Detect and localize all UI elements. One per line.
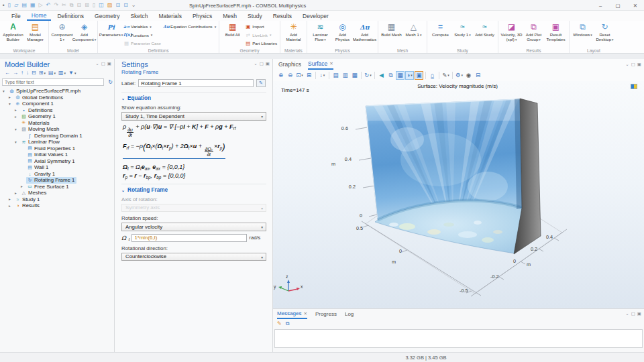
back-icon[interactable]: ←▾ bbox=[5, 70, 10, 76]
tree-expander[interactable]: ▸ bbox=[21, 184, 26, 188]
add-component-button[interactable]: ◈ Add Component▾ bbox=[73, 22, 95, 42]
minimize-button[interactable]: – bbox=[592, 0, 609, 11]
duplicate-icon[interactable]: ⊞ bbox=[85, 3, 89, 8]
compare-icon[interactable]: ◫ bbox=[99, 3, 104, 8]
parameters-button[interactable]: Pi Parameters▾ bbox=[100, 22, 122, 38]
ribbon-tab[interactable]: Sketch bbox=[125, 11, 152, 21]
close-icon[interactable]: ✕ bbox=[303, 311, 307, 316]
tree-item[interactable]: ▸ ◑ Results bbox=[0, 202, 114, 209]
expand-all-icon[interactable]: ⊞▾ bbox=[39, 70, 46, 76]
variables-button[interactable]: a= Variables▾ bbox=[123, 23, 161, 31]
copy-icon[interactable]: ⧉ bbox=[70, 3, 74, 8]
tree-expander[interactable]: ▸ bbox=[9, 204, 14, 208]
tree-expander[interactable]: ▾ bbox=[15, 140, 20, 144]
redo-icon[interactable]: ↷ bbox=[54, 3, 58, 8]
tree-item[interactable]: ▸ ≈ Study 1 bbox=[0, 196, 114, 203]
build-all-button[interactable]: ▦ Build All bbox=[221, 22, 244, 37]
paste-icon[interactable]: ⊟ bbox=[77, 3, 82, 8]
messages-tab[interactable]: Messages✕ bbox=[277, 309, 307, 319]
equation-study-dropdown[interactable]: Study 1, Time Dependent ▾ bbox=[121, 112, 266, 121]
compute-button[interactable]: = Compute bbox=[429, 22, 451, 37]
maximize-button[interactable]: ▢ bbox=[609, 0, 627, 11]
messages-tab[interactable]: Log bbox=[345, 309, 354, 319]
tree-item[interactable]: ∫ Deforming Domain 1 bbox=[0, 133, 114, 139]
windows-button[interactable]: ⧉ Windows▾ bbox=[572, 22, 594, 38]
tree-item[interactable]: ▾ ≋ Laminar Flow bbox=[0, 139, 114, 145]
copy-text-icon[interactable]: ⧉ bbox=[286, 320, 290, 327]
tree-expander[interactable]: ▸ bbox=[15, 191, 20, 195]
filter-icon[interactable]: ▼▾ bbox=[68, 70, 76, 76]
tree-item[interactable]: ▾ ▨ Moving Mesh bbox=[0, 126, 114, 133]
collapse-all-icon[interactable]: ⊟▾ bbox=[32, 70, 36, 76]
rotating-frame-section-header[interactable]: ⌄ Rotating Frame bbox=[121, 184, 266, 193]
tree-expander[interactable]: ▸ bbox=[15, 108, 20, 112]
plot-thumbnail-icon[interactable] bbox=[631, 84, 637, 89]
forward-icon[interactable]: →▾ bbox=[13, 70, 18, 76]
app-icon[interactable]: ▪ bbox=[3, 3, 5, 8]
clear-messages-icon[interactable]: ✎ bbox=[277, 320, 282, 326]
float-panel-icon[interactable]: ▢ bbox=[101, 61, 105, 66]
ribbon-tab[interactable]: Home bbox=[27, 11, 52, 21]
tree-expander[interactable]: ▸ bbox=[9, 197, 14, 201]
3d-viewport[interactable]: Time=147 s Surface: Velocity magnitude (… bbox=[273, 81, 644, 308]
application-builder-button[interactable]: A Application Builder bbox=[2, 22, 24, 42]
ribbon-tab[interactable]: File bbox=[7, 11, 25, 21]
study-1-button[interactable]: ≈ Study 1▾ bbox=[451, 22, 474, 38]
component-1-button[interactable]: ⊕ Component 1▾ bbox=[51, 22, 73, 42]
node-group-icon[interactable]: ▥▾ bbox=[58, 70, 66, 76]
tree-item[interactable]: ▸ ▧ Geometry 1 bbox=[0, 113, 114, 120]
tree-item[interactable]: ▤ Initial Values 1 bbox=[0, 152, 114, 158]
undo-icon[interactable]: ↶ bbox=[46, 3, 51, 8]
ribbon-tab[interactable]: Mesh bbox=[218, 11, 241, 21]
ribbon-tab[interactable]: Results bbox=[268, 11, 297, 21]
move-up-icon[interactable]: ↑▾ bbox=[21, 70, 23, 76]
tree-item[interactable]: ▾ ◍ SpinUpFreeSurfaceFR.mph bbox=[0, 88, 114, 95]
add-mathematics-button[interactable]: Δu Add Mathematics bbox=[354, 22, 376, 42]
tree-item[interactable]: ↻ Rotating Frame 1 bbox=[0, 177, 114, 184]
tree-expander[interactable]: ▾ bbox=[3, 89, 8, 93]
ribbon-tab[interactable]: Physics bbox=[188, 11, 217, 21]
build-mesh-button[interactable]: ▦ Build Mesh bbox=[380, 22, 402, 37]
more-commands-icon[interactable]: ⌄ bbox=[131, 3, 136, 8]
close-panel-icon[interactable]: ▣ bbox=[637, 311, 641, 316]
part-libraries-button[interactable]: ▤ Part Libraries bbox=[245, 40, 277, 48]
model-manager-icon[interactable]: ▨ bbox=[107, 3, 113, 8]
ribbon-tab[interactable]: Developer bbox=[298, 11, 333, 21]
functions-button[interactable]: f(x) Functions▾ bbox=[123, 32, 161, 40]
tree-filter-input[interactable] bbox=[2, 78, 104, 86]
angular-velocity-input[interactable] bbox=[131, 234, 247, 242]
save-icon[interactable]: ▤ bbox=[21, 3, 27, 8]
result-templates-button[interactable]: ▣ Result Templates bbox=[545, 22, 567, 42]
collapse-panel-icon[interactable]: ⌄ bbox=[625, 311, 629, 316]
equation-contributions-button[interactable]: Δu Equation Contributions▾ bbox=[163, 23, 216, 31]
model-tree-node-text-icon[interactable]: ▤▾ bbox=[48, 70, 56, 76]
tree-expander[interactable]: ▾ bbox=[9, 102, 14, 106]
close-panel-icon[interactable]: ▣ bbox=[266, 61, 270, 66]
add-study-button[interactable]: ≈ Add Study bbox=[474, 22, 496, 37]
rename-label-button[interactable]: ✎ bbox=[256, 79, 266, 87]
add-material-button[interactable]: ✳ Add Material bbox=[282, 22, 305, 42]
label-input[interactable] bbox=[138, 79, 254, 87]
run-icon[interactable]: ▷ bbox=[39, 3, 43, 8]
delete-icon[interactable]: ▯ bbox=[93, 3, 95, 8]
laminar-flow-button[interactable]: ≋ Laminar Flow▾ bbox=[309, 22, 331, 42]
model-manager-button[interactable]: ▤ Model Manager bbox=[24, 22, 46, 42]
reset-desktop-button[interactable]: ↻ Reset Desktop▾ bbox=[594, 22, 616, 42]
tree-item[interactable]: ▸ ▪ Definitions bbox=[0, 107, 114, 114]
move-down-icon[interactable]: ↓▾ bbox=[26, 70, 29, 76]
zoom-selected-icon[interactable]: ⊡ bbox=[123, 3, 128, 8]
open-file-icon[interactable]: ▱ bbox=[14, 3, 18, 8]
new-file-icon[interactable]: ▯ bbox=[8, 3, 11, 8]
rotational-direction-dropdown[interactable]: Counterclockwise ▾ bbox=[121, 253, 266, 261]
add-plot-group-button[interactable]: ⧉ Add Plot Group▾ bbox=[523, 22, 545, 42]
zoom-extents-icon[interactable]: ⊡ bbox=[115, 3, 120, 8]
import-button[interactable]: ▣ Import bbox=[245, 23, 277, 31]
cut-icon[interactable]: ✂ bbox=[62, 3, 66, 8]
tree-item[interactable]: ▸ ◍ Global Definitions bbox=[0, 95, 114, 101]
refresh-icon[interactable]: ↻ bbox=[108, 79, 113, 85]
rotation-speed-dropdown[interactable]: Angular velocity ▾ bbox=[121, 223, 266, 231]
ribbon-tab[interactable]: Definitions bbox=[52, 11, 89, 21]
tree-item[interactable]: ▤ Axial Symmetry 1 bbox=[0, 158, 114, 165]
messages-tab[interactable]: Progress bbox=[315, 309, 337, 319]
tree-expander[interactable]: ▸ bbox=[9, 95, 14, 99]
